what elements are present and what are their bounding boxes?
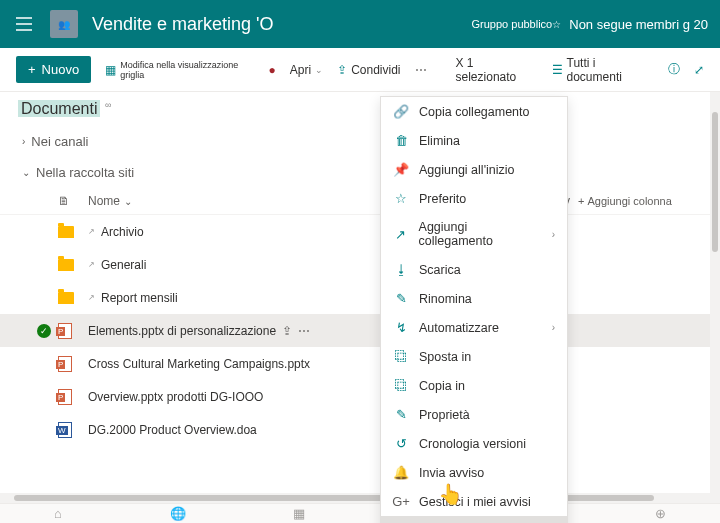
file-name[interactable]: ↗Generali xyxy=(88,258,388,272)
folder-icon xyxy=(58,259,74,271)
table-row[interactable]: ↗GeneraliAgostopp xyxy=(0,248,710,281)
grid-icon[interactable]: ▦ xyxy=(293,506,305,521)
site-title[interactable]: Vendite e marketing 'O xyxy=(92,14,472,35)
chevron-down-icon: ⌄ xyxy=(315,65,323,75)
table-row[interactable]: ↗Report mensiliAgosto xyxy=(0,281,710,314)
new-button[interactable]: + Nuovo xyxy=(16,56,91,83)
table-row[interactable]: ↗ArchivioYesterdaystrator xyxy=(0,215,710,248)
ctx-favorite[interactable]: ☆Preferito xyxy=(381,184,567,213)
group-visibility-label: Gruppo pubblico☆ xyxy=(472,18,562,30)
chevron-right-icon: › xyxy=(552,229,555,240)
share-icon: ⇪ xyxy=(337,63,347,77)
ctx-copy-to[interactable]: ⿻Copia in xyxy=(381,371,567,400)
scroll-thumb[interactable] xyxy=(712,112,718,252)
table-row[interactable]: Cross Cultural Marketing Campaigns.pptxA… xyxy=(0,347,710,380)
pin-icon: 📌 xyxy=(393,162,409,177)
breadcrumb: Documenti ∞ xyxy=(0,92,710,126)
context-menu: 🔗Copia collegamento 🗑Elimina 📌Aggiungi a… xyxy=(380,96,568,523)
content-area: Documenti ∞ › Nei canali ⌄ Nella raccolt… xyxy=(0,92,710,495)
table-header: 🗎 Nome⌄ Modifica y + Aggiungi colonna xyxy=(0,188,710,215)
info-button[interactable]: ⓘ xyxy=(668,61,680,78)
checkmark-icon[interactable]: ✓ xyxy=(37,324,51,338)
ctx-rename[interactable]: ✎Rinomina xyxy=(381,284,567,313)
ctx-delete[interactable]: 🗑Elimina xyxy=(381,126,567,155)
file-list: ↗ArchivioYesterdaystrator↗GeneraliAgosto… xyxy=(0,215,710,446)
row-more-icon[interactable]: ⋯ xyxy=(298,324,311,338)
powerpoint-icon xyxy=(58,356,72,372)
copy-icon: ⿻ xyxy=(393,378,409,393)
folder-move-icon: ⿻ xyxy=(393,349,409,364)
file-name[interactable]: Elements.pptx di personalizzazione⇪ ⋯ xyxy=(88,324,388,338)
link-icon: 🔗 xyxy=(393,104,409,119)
section-channels[interactable]: › Nei canali xyxy=(0,126,710,157)
table-row[interactable]: Overview.pptx prodotti DG-IOOOAgosto xyxy=(0,380,710,413)
link-add-icon: ↗ xyxy=(393,227,409,242)
star-icon: ☆ xyxy=(393,191,409,206)
selection-count: X 1 selezionato xyxy=(456,56,538,84)
section-site-collection[interactable]: ⌄ Nella raccolta siti xyxy=(0,157,710,188)
folder-icon xyxy=(58,292,74,304)
ctx-alert[interactable]: 🔔Invia avviso xyxy=(381,458,567,487)
breadcrumb-badge: ∞ xyxy=(105,100,111,110)
folder-icon xyxy=(58,226,74,238)
file-name[interactable]: Cross Cultural Marketing Campaigns.pptx xyxy=(88,357,388,371)
file-name[interactable]: Overview.pptx prodotti DG-IOOO xyxy=(88,390,388,404)
history-icon: ↺ xyxy=(393,436,409,451)
open-button[interactable]: Apri ⌄ xyxy=(290,63,323,77)
ctx-download[interactable]: ⭳Scarica xyxy=(381,255,567,284)
ctx-automate[interactable]: ↯Automatizzare› xyxy=(381,313,567,342)
ctx-copy-link[interactable]: 🔗Copia collegamento xyxy=(381,97,567,126)
ctx-pin[interactable]: 📌Aggiungi all'inizio xyxy=(381,155,567,184)
bottom-nav: ⌂ 🌐 ▦ 🗎 🗄 ⊕ xyxy=(0,503,720,523)
star-icon: ☆ xyxy=(552,19,561,30)
horizontal-scrollbar[interactable] xyxy=(0,493,720,503)
chevron-down-icon: ⌄ xyxy=(22,167,30,178)
list-icon: ☰ xyxy=(552,63,563,77)
breadcrumb-current[interactable]: Documenti xyxy=(18,100,100,117)
edit-grid-button[interactable]: ▦ Modifica nella visualizzazione griglia… xyxy=(105,60,276,80)
grid-icon: ▦ xyxy=(105,63,116,77)
file-name[interactable]: ↗Archivio xyxy=(88,225,388,239)
add-icon[interactable]: ⊕ xyxy=(655,506,666,521)
bell-icon: 🔔 xyxy=(393,465,409,480)
ctx-move[interactable]: ⿻Sposta in xyxy=(381,342,567,371)
globe-icon[interactable]: 🌐 xyxy=(170,506,186,521)
file-name[interactable]: DG.2000 Product Overview.doa xyxy=(88,423,388,437)
expand-button[interactable]: ⤢ xyxy=(694,63,704,77)
record-dot-icon: ● xyxy=(269,63,276,77)
word-icon xyxy=(58,422,72,438)
share-button[interactable]: ⇪ Condividi xyxy=(337,63,400,77)
trash-icon: 🗑 xyxy=(393,133,409,148)
column-type[interactable]: 🗎 xyxy=(58,194,88,208)
powerpoint-icon xyxy=(58,323,72,339)
table-row[interactable]: ✓Elements.pptx di personalizzazione⇪ ⋯Au… xyxy=(0,314,710,347)
plus-icon: + xyxy=(578,195,584,207)
file-name[interactable]: ↗Report mensili xyxy=(88,291,388,305)
ctx-details[interactable]: ✎Proprietà xyxy=(381,400,567,429)
app-launcher-icon[interactable] xyxy=(12,12,36,36)
rename-icon: ✎ xyxy=(393,291,409,306)
more-icon: ⋯ xyxy=(415,63,428,77)
chevron-right-icon: › xyxy=(552,322,555,333)
ctx-add-link[interactable]: ↗Aggiungi collegamento› xyxy=(381,213,567,255)
more-actions-button[interactable]: ⋯ xyxy=(415,63,428,77)
view-selector[interactable]: ☰ Tutti i documenti xyxy=(552,56,654,84)
sort-chevron-icon: ⌄ xyxy=(124,196,132,207)
share-inline-icon[interactable]: ⇪ xyxy=(282,324,292,338)
column-name[interactable]: Nome⌄ xyxy=(88,194,388,208)
ctx-manage-alerts[interactable]: G+Gestisci i miei avvisi xyxy=(381,487,567,516)
suite-header: 👥 Vendite e marketing 'O Gruppo pubblico… xyxy=(0,0,720,48)
table-row[interactable]: DG.2000 Product Overview.doaAgosto xyxy=(0,413,710,446)
person-plus-icon: G+ xyxy=(393,494,409,509)
vertical-scrollbar[interactable] xyxy=(710,92,720,495)
pencil-icon: ✎ xyxy=(393,407,409,422)
ctx-checkout[interactable]: ↘Estrai xyxy=(381,516,567,523)
home-icon[interactable]: ⌂ xyxy=(54,506,62,521)
command-bar: + Nuovo ▦ Modifica nella visualizzazione… xyxy=(0,48,720,92)
chevron-right-icon: › xyxy=(22,136,25,147)
column-add[interactable]: + Aggiungi colonna xyxy=(578,194,688,208)
following-label[interactable]: Non segue membri g 20 xyxy=(569,17,708,32)
site-logo[interactable]: 👥 xyxy=(50,10,78,38)
ctx-version[interactable]: ↺Cronologia versioni xyxy=(381,429,567,458)
flow-icon: ↯ xyxy=(393,320,409,335)
